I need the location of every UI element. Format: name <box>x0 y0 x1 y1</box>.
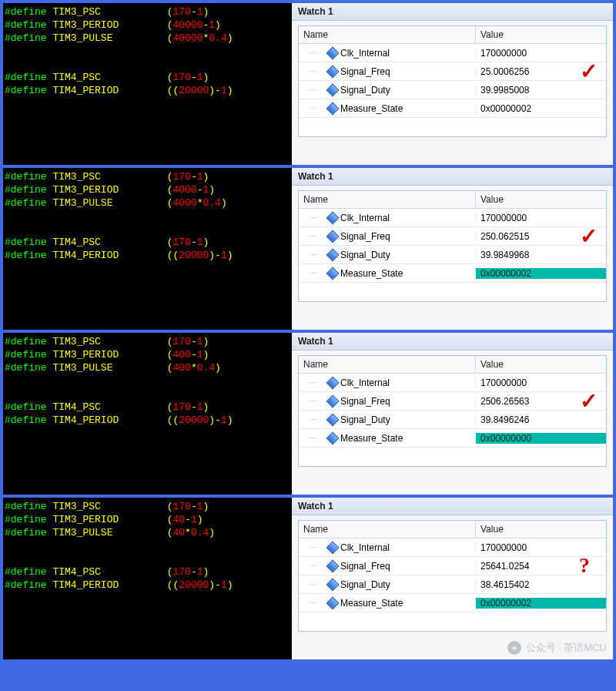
cell-name[interactable]: ⋯Measure_State <box>299 268 476 279</box>
enter-expression-row[interactable] <box>299 612 606 631</box>
col-name-header[interactable]: Name <box>299 356 476 373</box>
cell-value[interactable]: 170000000 <box>476 377 606 388</box>
cell-name[interactable]: ⋯Signal_Duty <box>299 250 476 260</box>
token-number: 170 <box>172 336 190 347</box>
cell-name[interactable]: ⋯Signal_Freq <box>299 396 476 407</box>
token-paren: ) <box>203 236 209 248</box>
variable-name: Clk_Internal <box>340 48 390 59</box>
token-number: 1 <box>221 579 227 591</box>
enter-expression-row[interactable] <box>299 448 606 466</box>
cell-name[interactable]: ⋯Clk_Internal <box>299 542 476 553</box>
watch-row[interactable]: ⋯Signal_Duty38.4615402 <box>299 575 606 594</box>
token-number: 1 <box>197 349 203 361</box>
cell-value[interactable]: 25.0006256 <box>476 66 606 77</box>
col-value-header[interactable]: Value <box>476 356 606 373</box>
token-define: #define <box>5 527 47 538</box>
cell-name[interactable]: ⋯Measure_State <box>299 103 476 114</box>
token-number: 1 <box>221 250 227 261</box>
watch-row[interactable]: ⋯Clk_Internal170000000 <box>299 209 606 227</box>
cell-value[interactable]: 39.9849968 <box>476 250 606 260</box>
watch-row[interactable]: ⋯Signal_Duty39.9985008 <box>299 81 606 99</box>
watch-row[interactable]: ⋯Clk_Internal170000000 <box>299 44 606 62</box>
watch-grid: Name Value ⋯Clk_Internal170000000⋯Signal… <box>298 355 607 467</box>
cell-value[interactable]: 170000000 <box>476 213 606 223</box>
cell-value[interactable]: 0x00000000 <box>476 433 606 444</box>
watch-row[interactable]: ⋯Clk_Internal170000000 <box>299 538 606 557</box>
token-number: 1 <box>197 401 203 413</box>
enter-expression-row[interactable] <box>299 283 606 301</box>
cell-value[interactable]: 0x00000002 <box>476 103 606 114</box>
cell-value[interactable]: 25641.0254 <box>476 561 606 572</box>
token-op: - <box>191 72 197 83</box>
tree-connector-icon: ⋯ <box>302 599 325 607</box>
col-name-header[interactable]: Name <box>299 191 476 208</box>
watch-row[interactable]: ⋯Signal_Freq25641.0254 <box>299 557 606 575</box>
watch-pane: Watch 1 Name Value ⋯Clk_Internal17000000… <box>292 498 613 659</box>
token-number: 170 <box>172 72 190 83</box>
cell-value[interactable]: 170000000 <box>476 542 606 553</box>
cell-name[interactable]: ⋯Clk_Internal <box>299 213 476 223</box>
variable-value: 250.062515 <box>480 231 529 242</box>
watch-row[interactable]: ⋯Measure_State0x00000002 <box>299 594 606 612</box>
col-value-header[interactable]: Value <box>476 521 606 538</box>
cell-value[interactable]: 0x00000002 <box>476 268 606 279</box>
token-macro-name: TIM4_PERIOD <box>52 579 125 591</box>
cell-name[interactable]: ⋯Signal_Duty <box>299 414 476 425</box>
token-number: 0.4 <box>209 32 226 44</box>
watch-row[interactable]: ⋯Clk_Internal170000000 <box>299 374 606 392</box>
watch-row[interactable]: ⋯Signal_Duty39.9849968 <box>299 246 606 264</box>
cell-value[interactable]: 39.8496246 <box>476 414 606 425</box>
token-define: #define <box>5 401 47 413</box>
cell-name[interactable]: ⋯Clk_Internal <box>299 377 476 388</box>
cell-value[interactable]: 170000000 <box>476 48 606 59</box>
cell-value[interactable]: 0x00000002 <box>476 598 606 609</box>
watch-grid: Name Value ⋯Clk_Internal170000000⋯Signal… <box>298 25 607 137</box>
cell-value[interactable]: 250.062515 <box>476 231 606 242</box>
cell-name[interactable]: ⋯Measure_State <box>299 433 476 444</box>
code-line <box>5 387 290 401</box>
watch-row[interactable]: ⋯Measure_State0x00000002 <box>299 264 606 283</box>
variable-value: 25641.0254 <box>480 561 529 572</box>
watch-row[interactable]: ⋯Signal_Freq250.062515 <box>299 227 606 246</box>
watch-row[interactable]: ⋯Signal_Freq25.0006256 <box>299 62 606 81</box>
variable-name: Signal_Freq <box>340 66 390 77</box>
cell-name[interactable]: ⋯Clk_Internal <box>299 48 476 59</box>
token-number: 1 <box>197 236 203 248</box>
watch-row[interactable]: ⋯Measure_State0x00000002 <box>299 99 606 118</box>
cell-value[interactable]: 39.9985008 <box>476 85 606 96</box>
enter-expression-row[interactable] <box>299 118 606 136</box>
token-number: 1 <box>221 414 227 426</box>
cell-name[interactable]: ⋯Signal_Freq <box>299 66 476 77</box>
variable-icon <box>326 46 340 59</box>
token-paren: ) <box>227 32 233 44</box>
code-line: #define TIM4_PERIOD ((20000)-1) <box>5 579 290 592</box>
cell-name[interactable]: ⋯Signal_Duty <box>299 579 476 590</box>
token-number: 1 <box>221 85 227 96</box>
col-name-header[interactable]: Name <box>299 26 476 43</box>
variable-name: Signal_Freq <box>340 396 390 407</box>
cell-value[interactable]: 38.4615402 <box>476 579 606 590</box>
code-line <box>5 374 290 387</box>
watch-grid: Name Value ⋯Clk_Internal170000000⋯Signal… <box>298 520 607 632</box>
tree-connector-icon: ⋯ <box>302 250 325 259</box>
cell-name[interactable]: ⋯Measure_State <box>299 598 476 609</box>
variable-icon <box>326 376 340 389</box>
token-op: - <box>191 336 197 347</box>
col-value-header[interactable]: Value <box>476 26 606 43</box>
token-macro-name: TIM3_PULSE <box>52 527 125 538</box>
token-number: 1 <box>191 514 197 525</box>
cell-name[interactable]: ⋯Signal_Freq <box>299 561 476 572</box>
watch-row[interactable]: ⋯Measure_State0x00000000 <box>299 429 606 448</box>
token-op: - <box>215 85 221 96</box>
token-op: * <box>197 197 203 209</box>
section-2: #define TIM3_PSC (170-1)#define TIM3_PER… <box>3 333 613 498</box>
cell-name[interactable]: ⋯Signal_Freq <box>299 231 476 242</box>
watch-row[interactable]: ⋯Signal_Duty39.8496246 <box>299 411 606 429</box>
watch-row[interactable]: ⋯Signal_Freq2506.26563 <box>299 392 606 411</box>
cell-name[interactable]: ⋯Signal_Duty <box>299 85 476 96</box>
col-value-header[interactable]: Value <box>476 191 606 208</box>
col-name-header[interactable]: Name <box>299 521 476 538</box>
code-line: #define TIM4_PSC (170-1) <box>5 565 290 579</box>
root: #define TIM3_PSC (170-1)#define TIM3_PER… <box>0 0 616 662</box>
cell-value[interactable]: 2506.26563 <box>476 396 606 407</box>
